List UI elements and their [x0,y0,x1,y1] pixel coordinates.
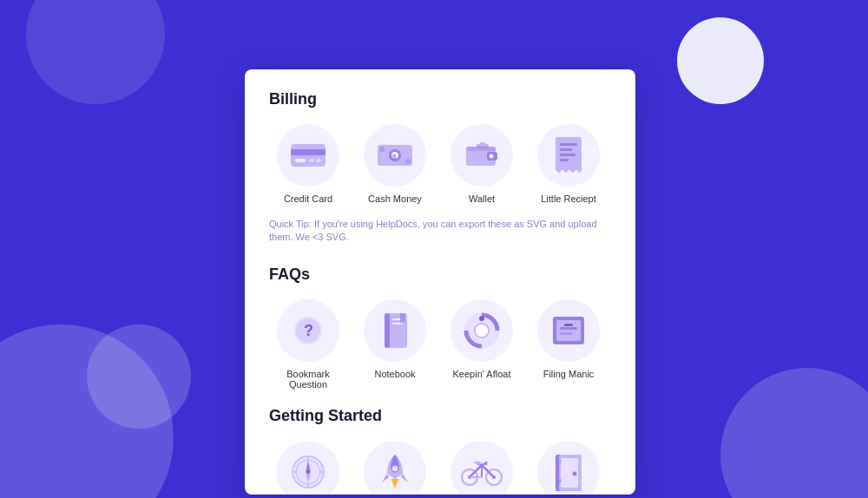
credit-card-icon-circle [277,124,339,187]
svg-rect-18 [560,143,577,146]
svg-point-63 [573,471,577,475]
faqs-title: FAQs [269,265,611,284]
billing-tip: Quick Tip: If you're using HelpDocs, you… [269,218,611,245]
list-item[interactable]: Wallet [443,124,521,204]
wallet-icon-circle [450,124,513,187]
svg-point-9 [405,159,411,164]
little-receipt-label: Little Reciept [541,193,596,204]
main-card: Billing Credit Card [245,69,635,495]
wallet-label: Wallet [469,193,495,204]
svg-rect-36 [560,332,572,335]
svg-line-52 [470,465,482,477]
list-item[interactable]: Open It [529,441,608,495]
list-item[interactable]: Rock It [356,441,434,495]
svg-rect-2 [295,159,306,162]
svg-rect-28 [392,323,403,324]
svg-point-31 [476,324,488,337]
list-item[interactable]: Little Reciept [529,124,608,204]
notebook-icon-circle [364,299,426,362]
credit-card-label: Credit Card [284,193,332,204]
open-it-icon-circle [537,441,600,495]
bookmark-question-label: Bookmark Question [269,369,347,390]
getting-started-title: Getting Started [269,407,611,425]
faqs-section: FAQs ? Bookmark Question [269,265,611,390]
billing-grid: Credit Card $ Cash Money [269,124,611,204]
svg-rect-21 [560,159,569,161]
getting-started-section: Getting Started [269,407,611,495]
cash-money-label: Cash Money [368,193,422,204]
cash-money-icon-circle: $ [364,124,426,187]
list-item[interactable]: Keepin' Afloat [443,299,521,390]
svg-rect-16 [480,142,485,146]
svg-text:$: $ [392,153,397,161]
billing-title: Billing [269,90,611,108]
faqs-grid: ? Bookmark Question Note [269,299,611,390]
notebook-label: Notebook [374,369,415,379]
bg-decoration-5 [26,0,165,104]
svg-rect-65 [559,479,562,482]
billing-section: Billing Credit Card [269,90,611,245]
bg-decoration-3 [677,17,764,104]
pocket-compass-icon-circle [277,441,339,495]
svg-rect-20 [560,154,575,156]
svg-point-13 [490,154,494,159]
list-item[interactable]: Notebook [356,299,434,390]
svg-point-47 [391,465,398,472]
filing-manic-label: Filing Manic [543,369,595,379]
svg-rect-35 [560,327,577,330]
svg-rect-3 [309,159,314,162]
rock-it-icon-circle [364,441,426,495]
svg-text:?: ? [304,322,313,339]
bg-decoration-2 [87,324,191,429]
keepin-afloat-icon-circle [450,299,513,362]
svg-rect-34 [556,320,581,341]
svg-point-42 [306,470,310,474]
list-item[interactable]: Filing Manic [529,299,608,390]
bg-decoration-4 [720,368,868,498]
list-item[interactable]: $ Cash Money [356,124,434,204]
keepin-afloat-label: Keepin' Afloat [453,369,511,379]
svg-rect-19 [560,148,572,151]
svg-point-32 [479,316,484,321]
svg-rect-26 [385,313,390,348]
bike-it-icon-circle [450,441,513,495]
svg-rect-1 [291,149,326,155]
svg-point-8 [379,147,385,152]
svg-rect-37 [564,324,573,326]
list-item[interactable]: Pocket Compass [269,441,347,495]
list-item[interactable]: Credit Card [269,124,347,204]
svg-line-53 [482,465,494,477]
little-receipt-icon-circle [537,124,600,187]
list-item[interactable]: Bike It [443,441,521,495]
list-item[interactable]: ? Bookmark Question [269,299,347,390]
svg-rect-64 [559,460,562,463]
bookmark-question-icon-circle: ? [277,299,339,362]
filing-manic-icon-circle [537,299,600,362]
getting-started-grid: Pocket Compass [269,441,611,495]
svg-line-58 [477,463,479,465]
svg-rect-4 [316,159,321,162]
